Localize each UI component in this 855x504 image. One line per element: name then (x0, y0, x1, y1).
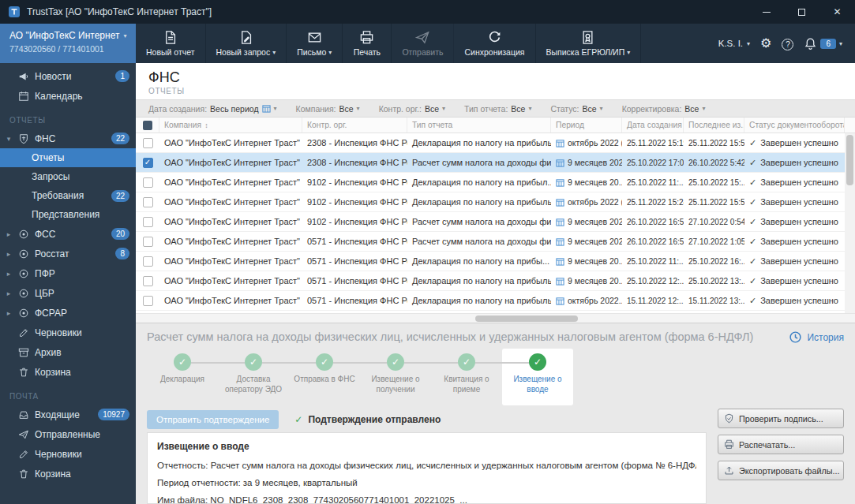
sidebar-badge: 22 (111, 190, 129, 202)
sidebar-item-cbr[interactable]: ▸ЦБР (0, 283, 136, 303)
step-acceptance-receipt[interactable]: ✓Квитанция о приеме (431, 349, 502, 405)
column-header-type[interactable]: Тип отчета (407, 118, 551, 133)
minimize-button[interactable] (748, 0, 784, 24)
cell-company: ОАО "ИнфоТекС Интернет Траст" ... (159, 296, 302, 305)
table-row[interactable]: ОАО "ИнфоТекС Интернет Траст" ...9102 - … (136, 173, 845, 192)
cell-report-type: Декларация по налогу на прибы... (407, 256, 551, 266)
chevron-collapsed-icon[interactable]: ▸ (5, 250, 13, 258)
app-window: TrustTax [АО "ИнфоТекС Интернет Траст"] … (0, 0, 855, 504)
sidebar-item-calendar[interactable]: Календарь (0, 86, 136, 106)
column-header-org[interactable]: Контр. орг. (302, 118, 407, 133)
action-export-files[interactable]: Экспортировать файлы... (718, 461, 844, 480)
row-checkbox[interactable] (136, 296, 159, 306)
sidebar-item-inbox[interactable]: Входящие10927 (0, 405, 136, 424)
row-checkbox[interactable] (136, 217, 159, 227)
chevron-expanded-icon[interactable]: ▾ (5, 135, 13, 143)
table-row[interactable]: ОАО "ИнфоТекС Интернет Траст" ...9102 - … (136, 212, 845, 232)
sidebar-item-mail-trash[interactable]: Корзина (0, 464, 136, 483)
settings-button[interactable]: ⚙ (760, 36, 771, 50)
column-header-created[interactable]: Дата создания (622, 118, 684, 133)
filter-report-type[interactable]: Тип отчета:Все▾ (464, 104, 531, 114)
horizontal-scrollbar-thumb[interactable] (475, 315, 578, 322)
sidebar-badge: 20 (111, 228, 129, 240)
sidebar-section-reports: ОТЧЕТЫ (0, 106, 136, 129)
column-header-status[interactable]: Статус документооборота (744, 118, 845, 133)
step-declaration[interactable]: ✓Декларация (147, 349, 218, 405)
sidebar-item-label: Отправленные (35, 429, 129, 440)
toolbar-button-egrul[interactable]: Выписка ЕГРЮЛ/ИП▾ (536, 24, 642, 63)
filter-status[interactable]: Статус:Все▾ (550, 104, 602, 114)
sidebar-subitem-requests[interactable]: Запросы (0, 167, 136, 186)
sidebar-item-fss[interactable]: ▸ФСС20 (0, 224, 136, 244)
sidebar-subitem-demands[interactable]: Требования22 (0, 186, 136, 205)
row-checkbox[interactable]: ✓ (136, 158, 159, 168)
toolbar-button-new-report[interactable]: Новый отчет (136, 24, 206, 63)
table-row[interactable]: ✓ОАО "ИнфоТекС Интернет Траст" ...2308 -… (136, 153, 845, 173)
row-checkbox[interactable] (136, 237, 159, 247)
chevron-collapsed-icon[interactable]: ▸ (5, 309, 13, 317)
toolbar-button-sync[interactable]: Синхронизация (454, 24, 535, 63)
filter-company[interactable]: Компания:Все▾ (296, 104, 360, 114)
table-row[interactable]: ОАО "ИнфоТекС Интернет Траст" ...9102 - … (136, 192, 845, 212)
toolbar-right: K.S. I. ▾ ⚙ ? 6 ▾ (718, 24, 855, 63)
vertical-scrollbar[interactable] (845, 133, 855, 313)
maximize-button[interactable] (784, 0, 819, 24)
sidebar-item-sent[interactable]: Отправленные (0, 424, 136, 444)
table-row[interactable]: ОАО "ИнфоТекС Интернет Траст" ...0571 - … (136, 252, 845, 271)
notifications-button[interactable]: 6 ▾ (804, 37, 842, 50)
row-checkbox[interactable] (136, 256, 159, 267)
step-receipt-notice[interactable]: ✓Извещение о получении (360, 349, 431, 405)
column-header-modified[interactable]: Последнее из... (684, 118, 744, 133)
sidebar-item-fns[interactable]: ▾ФНС22 (0, 129, 136, 148)
sidebar-badge: 22 (111, 133, 129, 144)
horizontal-scrollbar[interactable] (136, 313, 855, 323)
sidebar-item-archive[interactable]: Архив (0, 342, 136, 362)
column-header-label: Последнее из... (688, 121, 744, 129)
step-edo-delivery[interactable]: ✓Доставка оператору ЭДО (218, 349, 289, 405)
table-row[interactable]: ОАО "ИнфоТекС Интернет Траст" ...0571 - … (136, 291, 845, 311)
close-button[interactable]: ✕ (819, 0, 855, 24)
column-header-period[interactable]: Период (551, 118, 622, 133)
chevron-collapsed-icon[interactable]: ▸ (5, 230, 13, 238)
sidebar-item-news[interactable]: Новости1 (0, 66, 136, 86)
chevron-collapsed-icon[interactable]: ▸ (5, 270, 13, 278)
sidebar-item-pfr[interactable]: ▸ПФР (0, 263, 136, 283)
toolbar-button-new-request[interactable]: Новый запрос▾ (206, 24, 287, 63)
select-all-checkbox[interactable] (136, 118, 159, 133)
row-checkbox[interactable] (136, 197, 159, 207)
step-fns-sending[interactable]: ✓Отправка в ФНС (289, 349, 360, 405)
row-checkbox[interactable] (136, 276, 159, 286)
sidebar-subitem-reports[interactable]: Отчеты (0, 148, 136, 167)
sidebar-item-rosstat[interactable]: ▸Росстат8 (0, 244, 136, 263)
chevron-collapsed-icon[interactable]: ▸ (5, 289, 13, 297)
action-print-doc[interactable]: Распечатать... (718, 435, 844, 454)
vertical-scrollbar-thumb[interactable] (846, 135, 853, 185)
cal-small-icon (556, 257, 564, 266)
sidebar-item-drafts[interactable]: Черновики (0, 323, 136, 342)
filter-date-created[interactable]: Дата создания:Весь период▾ (148, 104, 277, 114)
action-verify-signature[interactable]: Проверить подпись... (718, 409, 844, 428)
row-checkbox[interactable] (136, 177, 159, 188)
table-row[interactable]: ОАО "ИнфоТекС Интернет Траст" ...0571 - … (136, 271, 845, 291)
table-row[interactable]: ОАО "ИнфоТекС Интернет Траст" ...2308 - … (136, 133, 845, 153)
help-button[interactable]: ? (782, 36, 793, 50)
minimize-icon (763, 12, 771, 13)
filter-correction[interactable]: Корректировка:Все▾ (622, 104, 706, 114)
row-checkbox[interactable] (136, 138, 159, 148)
page-title: ФНС (148, 69, 855, 85)
filter-contr-org[interactable]: Контр. орг.:Все▾ (379, 104, 445, 114)
column-header-company[interactable]: Компания↕ (159, 118, 302, 133)
org-selector[interactable]: АО "ИнфоТекС Интернет ▾ 7743020560 / 771… (0, 24, 136, 63)
toolbar-button-letter[interactable]: Письмо▾ (287, 24, 343, 63)
sidebar-item-mail-drafts[interactable]: Черновики (0, 444, 136, 464)
history-button[interactable]: История (789, 330, 844, 344)
toolbar-button-print[interactable]: Печать (343, 24, 392, 63)
detail-left: Отправить подтверждение ✓ Подтверждение … (147, 407, 707, 504)
table-row[interactable]: ОАО "ИнфоТекС Интернет Траст" ...0571 - … (136, 232, 845, 252)
sidebar-subitem-submissions[interactable]: Представления (0, 205, 136, 224)
sidebar-item-trash[interactable]: Корзина (0, 362, 136, 382)
user-menu[interactable]: K.S. I. ▾ (718, 39, 750, 48)
cell-report-type: Расчет сумм налога на доходы физ... (407, 158, 551, 167)
sidebar-item-fsrar[interactable]: ▸ФСРАР (0, 303, 136, 323)
step-entry-notice[interactable]: ✓Извещение о вводе (502, 349, 573, 405)
